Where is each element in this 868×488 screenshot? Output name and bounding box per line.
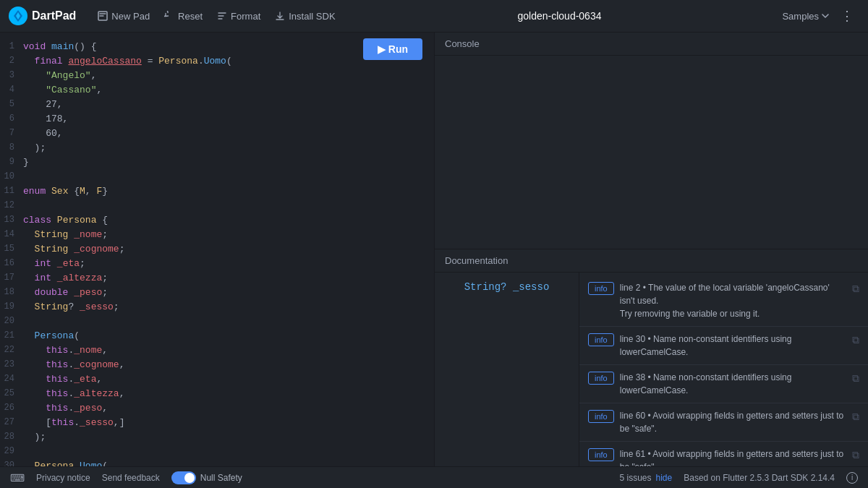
line-number: 7 <box>0 127 23 141</box>
issue-row: info line 30 • Name non-constant identif… <box>579 327 868 365</box>
hide-issues-button[interactable]: hide <box>656 473 673 483</box>
code-line: 24 this._eta, <box>0 372 434 387</box>
install-sdk-button[interactable]: Install SDK <box>268 7 342 25</box>
issue-badge-0: info <box>588 282 614 295</box>
line-content: 60, <box>23 127 434 141</box>
issues-count: 5 issues hide <box>620 473 673 483</box>
line-content: class Persona { <box>23 213 434 228</box>
line-number: 1 <box>0 40 23 54</box>
issue-badge-1: info <box>588 333 614 346</box>
line-number: 24 <box>0 372 23 387</box>
line-content: Persona( <box>23 329 434 343</box>
line-number: 3 <box>0 69 23 83</box>
line-content: Persona.Uomo( <box>23 459 434 466</box>
line-content <box>23 314 434 329</box>
code-line: 13class Persona { <box>0 213 434 228</box>
line-content: this._peso, <box>23 401 434 416</box>
code-line: 21 Persona( <box>0 329 434 343</box>
reset-button[interactable]: Reset <box>157 7 210 25</box>
code-line: 15 String _cognome; <box>0 242 434 257</box>
chevron-down-icon <box>822 14 829 19</box>
code-line: 30 Persona.Uomo( <box>0 459 434 466</box>
issue-badge-4: info <box>588 448 614 461</box>
code-line: 26 this._peso, <box>0 401 434 416</box>
code-line: 20 <box>0 314 434 329</box>
logo: DartPad <box>9 7 76 25</box>
issue-text-0: line 2 • The value of the local variable… <box>620 281 846 320</box>
sdk-info-icon[interactable]: i <box>846 472 858 484</box>
more-options-button[interactable]: ⋮ <box>835 4 859 27</box>
line-content: ); <box>23 430 434 445</box>
line-content: "Angelo", <box>23 69 434 83</box>
code-line: 12 <box>0 199 434 213</box>
copy-icon-0[interactable]: ⧉ <box>852 283 859 295</box>
samples-menu[interactable]: Samples <box>776 7 835 25</box>
code-line: 8 ); <box>0 141 434 155</box>
null-safety-toggle-wrap: Null Safety <box>171 471 242 484</box>
doc-type-text: String? _sesso <box>464 281 550 293</box>
format-icon <box>217 11 227 21</box>
code-line: 27 [this._sesso,] <box>0 416 434 430</box>
copy-icon-1[interactable]: ⧉ <box>852 334 859 346</box>
line-number: 4 <box>0 83 23 98</box>
reset-icon <box>164 11 174 21</box>
line-content <box>23 170 434 184</box>
line-number: 12 <box>0 199 23 213</box>
format-button[interactable]: Format <box>210 7 268 25</box>
code-line: 25 this._altezza, <box>0 387 434 401</box>
copy-icon-4[interactable]: ⧉ <box>852 449 859 461</box>
code-editor[interactable]: 1void main() {2 final angeloCassano = Pe… <box>0 33 434 466</box>
copy-icon-2[interactable]: ⧉ <box>852 372 859 385</box>
line-number: 14 <box>0 228 23 242</box>
new-pad-button[interactable]: New Pad <box>90 7 157 25</box>
console-output <box>435 56 868 249</box>
line-content: String _cognome; <box>23 242 434 257</box>
line-number: 21 <box>0 329 23 343</box>
code-line: 11enum Sex {M, F} <box>0 184 434 199</box>
line-number: 29 <box>0 445 23 459</box>
issue-text-3: line 60 • Avoid wrapping fields in gette… <box>620 409 846 435</box>
line-content: 178, <box>23 112 434 127</box>
code-line: 28 ); <box>0 430 434 445</box>
null-safety-label: Null Safety <box>200 473 242 483</box>
documentation-panel: Documentation String? _sesso info line 2… <box>435 249 868 466</box>
line-content: this._altezza, <box>23 387 434 401</box>
code-line: 19 String? _sesso; <box>0 300 434 314</box>
install-sdk-icon <box>275 11 285 21</box>
line-number: 19 <box>0 300 23 314</box>
line-number: 18 <box>0 286 23 300</box>
project-title: golden-cloud-0634 <box>343 10 777 22</box>
line-number: 22 <box>0 343 23 358</box>
issue-text-1: line 30 • Name non-constant identifiers … <box>620 333 846 359</box>
code-line: 18 double _peso; <box>0 286 434 300</box>
send-feedback-link[interactable]: Send feedback <box>102 473 160 483</box>
line-content <box>23 445 434 459</box>
code-line: 5 27, <box>0 98 434 112</box>
line-number: 8 <box>0 141 23 155</box>
line-number: 25 <box>0 387 23 401</box>
issue-row: info line 38 • Name non-constant identif… <box>579 365 868 403</box>
line-content: this._cognome, <box>23 358 434 372</box>
issue-row: info line 60 • Avoid wrapping fields in … <box>579 403 868 442</box>
navbar: DartPad New Pad Reset Format Install SDK… <box>0 0 868 33</box>
bottom-right: 5 issues hide Based on Flutter 2.5.3 Dar… <box>620 472 859 484</box>
code-line: 10 <box>0 170 434 184</box>
line-content: this._nome, <box>23 343 434 358</box>
issues-count-text: 5 issues <box>620 473 652 483</box>
keyboard-icon[interactable]: ⌨ <box>10 472 25 484</box>
console-panel: Console <box>435 33 868 249</box>
line-number: 11 <box>0 184 23 199</box>
issues-list: info line 2 • The value of the local var… <box>579 273 868 466</box>
privacy-notice-link[interactable]: Privacy notice <box>36 473 90 483</box>
line-content: String? _sesso; <box>23 300 434 314</box>
line-number: 13 <box>0 213 23 228</box>
line-content: int _eta; <box>23 257 434 271</box>
copy-icon-3[interactable]: ⧉ <box>852 411 859 423</box>
sdk-info-text: Based on Flutter 2.5.3 Dart SDK 2.14.4 <box>684 473 835 483</box>
new-pad-icon <box>98 11 108 21</box>
documentation-title: Documentation <box>435 249 868 273</box>
line-number: 9 <box>0 155 23 170</box>
issue-text-2: line 38 • Name non-constant identifiers … <box>620 371 846 397</box>
run-button[interactable]: ▶ Run <box>363 38 422 60</box>
null-safety-toggle[interactable] <box>171 471 196 484</box>
